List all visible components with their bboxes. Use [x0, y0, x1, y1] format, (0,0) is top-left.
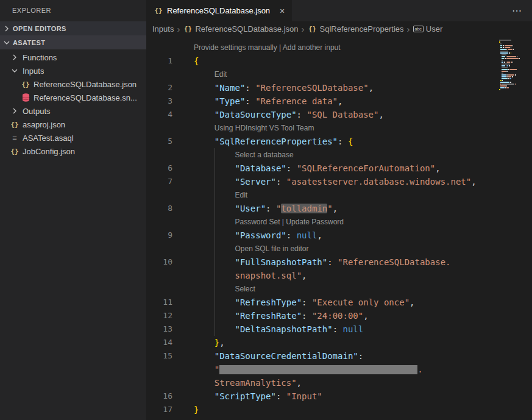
code-line[interactable]: "SqlReferenceProperties": {: [194, 135, 532, 148]
tree-item-label: ReferenceSQLDatabase.json: [34, 80, 137, 89]
codelens-action[interactable]: Provide settings manually | Add another …: [194, 41, 532, 54]
breadcrumb-separator: ›: [407, 24, 410, 34]
indent-guide: [215, 229, 215, 242]
section-open-editors[interactable]: OPEN EDITORS: [0, 21, 146, 35]
breadcrumb-item-user[interactable]: abcUser: [413, 24, 443, 34]
minimap-line: [502, 63, 531, 65]
code-line[interactable]: "DeltaSnapshotPath": null: [194, 322, 532, 336]
codelens-action[interactable]: Edit: [194, 188, 532, 202]
tab-referencesqldatabase-json[interactable]: {} ReferenceSQLDatabase.json ×: [146, 0, 292, 21]
minimap-line: [502, 74, 531, 76]
code-editor[interactable]: Provide settings manually | Add another …: [146, 36, 532, 420]
codelens-action[interactable]: Select a database: [194, 148, 532, 162]
close-icon[interactable]: ×: [280, 6, 285, 16]
code-line[interactable]: "Server": "asatestserver.database.window…: [194, 175, 532, 188]
minimap-line: [500, 84, 531, 85]
codelens-action[interactable]: Using HDInsight VS Tool Team: [194, 121, 532, 135]
tree-item-functions[interactable]: Functions: [0, 51, 146, 64]
code-line[interactable]: "RefreshType": "Execute only once",: [194, 296, 532, 309]
line-number: 3: [146, 94, 194, 108]
codelens-action[interactable]: Open SQL file in editor: [194, 242, 532, 255]
code-token: :: [245, 96, 255, 106]
breadcrumb-item-sqlreferenceproperties[interactable]: {}SqlReferenceProperties: [308, 24, 404, 34]
code-token: }: [215, 338, 219, 347]
code-line[interactable]: "Type": "Reference data",: [194, 94, 532, 108]
code-token: "Execute only once": [312, 297, 410, 307]
editor-row: 16"ScriptType": "Input": [146, 390, 532, 403]
code-token: ,: [302, 271, 307, 280]
json-icon: {}: [183, 24, 193, 34]
abc-icon: abc: [413, 26, 424, 32]
code-line[interactable]: StreamAnalytics",: [194, 376, 532, 390]
json-icon: {}: [308, 24, 317, 34]
line-number: [146, 363, 194, 376]
code-token: :: [327, 257, 338, 267]
section-asatest[interactable]: ASATEST: [0, 35, 146, 49]
line-number: [146, 269, 194, 282]
code-line[interactable]: }: [194, 403, 532, 416]
code-line[interactable]: {: [194, 54, 532, 68]
codelens-action[interactable]: Select: [194, 282, 532, 296]
line-number: [146, 121, 194, 135]
line-number: 5: [146, 135, 194, 148]
editor-row: Edit: [146, 188, 532, 202]
tree-item-asatest-asaql[interactable]: ≡ASATest.asaql: [0, 131, 146, 144]
tree-item-inputs[interactable]: Inputs: [0, 64, 146, 77]
tree-item-asaproj-json[interactable]: {}asaproj.json: [0, 118, 146, 131]
editor-row: ".: [146, 363, 532, 376]
code-token: "ScriptType": [215, 391, 276, 401]
code-line[interactable]: "Password": null,: [194, 229, 532, 242]
indent-guide: [215, 282, 215, 296]
minimap[interactable]: [499, 40, 531, 91]
editor-row: 14},: [146, 336, 532, 349]
indent-guide: [215, 296, 215, 309]
indent-guide: [215, 255, 215, 269]
code-line[interactable]: },: [194, 336, 532, 349]
code-line[interactable]: ".: [194, 363, 532, 376]
breadcrumb-separator: ›: [302, 24, 305, 34]
line-number: 1: [146, 54, 194, 68]
code-token: "asatestserver.database.windows.net": [286, 177, 471, 187]
indent-guide: [215, 175, 215, 188]
code-line[interactable]: "DataSourceCredentialDomain":: [194, 349, 532, 363]
line-number: 7: [146, 175, 194, 188]
code-line[interactable]: "RefreshRate": "24:00:00",: [194, 309, 532, 322]
minimap-line: [502, 76, 531, 77]
minimap-line: [499, 89, 531, 90]
code-line[interactable]: "Database": "SQLReferenceForAutomation",: [194, 162, 532, 175]
tree-item-referencesqldatabase-sn[interactable]: ReferenceSQLDatabase.sn...: [0, 91, 146, 104]
line-number: 9: [146, 229, 194, 242]
minimap-line: [500, 82, 531, 83]
tree-item-outputs[interactable]: Outputs: [0, 104, 146, 118]
code-token: :: [338, 137, 348, 146]
codelens-action[interactable]: Password Set | Update Password: [194, 215, 532, 229]
code-line[interactable]: "FullSnapshotPath": "ReferenceSQLDatabas…: [194, 255, 532, 269]
minimap-line: [500, 47, 531, 48]
tree-item-label: ASATest.asaql: [23, 133, 74, 143]
code-line[interactable]: "Name": "ReferenceSQLDatabase",: [194, 81, 532, 94]
editor-row: 5"SqlReferenceProperties": {: [146, 135, 532, 148]
line-number: 14: [146, 336, 194, 349]
code-line[interactable]: snapshot.sql",: [194, 269, 532, 282]
more-actions-icon[interactable]: ⋯: [512, 0, 532, 21]
editor-row: Select: [146, 282, 532, 296]
tree-item-label: JobConfig.json: [23, 147, 75, 156]
code-token: :: [302, 297, 312, 307]
file-tree: FunctionsInputs{}ReferenceSQLDatabase.js…: [0, 49, 146, 158]
breadcrumb-item-inputs[interactable]: Inputs: [152, 24, 174, 34]
codelens-action[interactable]: Edit: [194, 68, 532, 81]
code-token: "DataSourceCredentialDomain": [215, 351, 358, 361]
code-token: {: [348, 137, 353, 146]
code-token: null: [343, 324, 364, 334]
indent-guide: [215, 269, 215, 282]
indent-guide: [215, 322, 215, 336]
code-line[interactable]: "DataSourceType": "SQL Database",: [194, 108, 532, 121]
minimap-line: [502, 71, 531, 72]
tree-item-label: Inputs: [23, 66, 44, 76]
code-line[interactable]: "ScriptType": "Input": [194, 390, 532, 403]
code-line[interactable]: "User": "tolladmin",: [194, 202, 532, 215]
code-token: "DeltaSnapshotPath": [235, 324, 333, 334]
tree-item-jobconfig-json[interactable]: {}JobConfig.json: [0, 144, 146, 158]
breadcrumb-item-referencesqldatabase-json[interactable]: {}ReferenceSQLDatabase.json: [183, 24, 298, 34]
tree-item-referencesqldatabase-json[interactable]: {}ReferenceSQLDatabase.json: [0, 77, 146, 91]
